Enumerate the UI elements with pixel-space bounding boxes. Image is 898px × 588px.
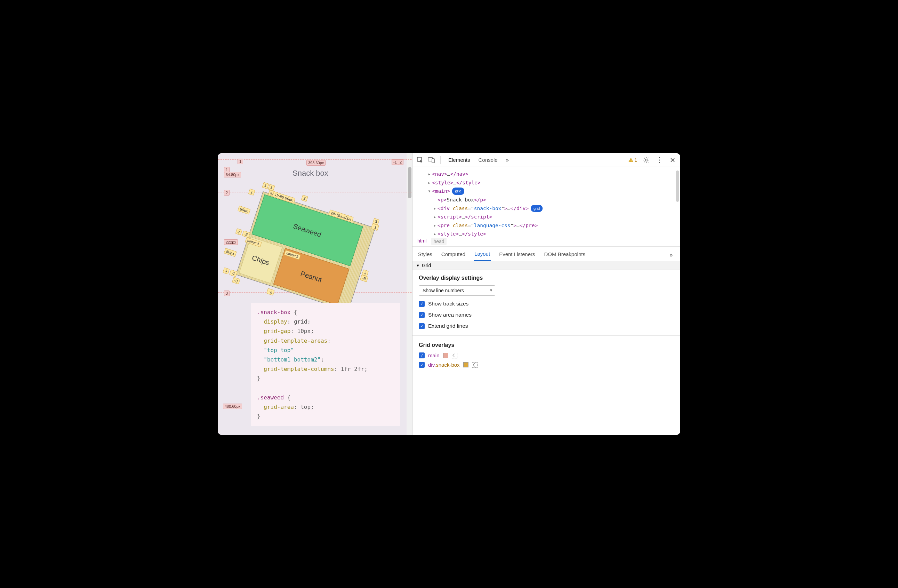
subtab-styles[interactable]: Styles: [417, 249, 433, 260]
line-numbers-select[interactable]: Show line numbers: [419, 285, 495, 296]
dom-tree[interactable]: ▸<nav>…</nav> ▸<style>…</style> ▾<main>g…: [412, 167, 680, 237]
subtab-layout[interactable]: Layout: [474, 249, 491, 261]
grid-line-number: 2: [235, 228, 242, 235]
devtools-pane: Elements Console » 1 ▸<n: [412, 153, 680, 435]
overlay-settings-heading: Overlay display settings: [419, 275, 674, 281]
grid-extension-line: [218, 159, 412, 160]
grid-section-header[interactable]: ▼ Grid: [412, 261, 680, 270]
checkbox-overlay-main[interactable]: ✓: [419, 352, 424, 359]
checkbox-area-names[interactable]: ✓: [419, 312, 424, 318]
grid-line-number: 2: [301, 195, 308, 202]
svg-rect-2: [432, 159, 434, 163]
kebab-menu-icon[interactable]: [655, 156, 664, 164]
grid-line-number: -1: [229, 269, 238, 277]
grid-badge[interactable]: grid: [531, 205, 543, 212]
checkbox-label: Show area names: [428, 312, 472, 318]
subtab-event-listeners[interactable]: Event Listeners: [498, 249, 536, 260]
inspect-icon[interactable]: [416, 156, 424, 164]
issues-badge[interactable]: 1: [629, 157, 637, 163]
layout-panel: Overlay display settings Show line numbe…: [412, 270, 680, 378]
tab-console[interactable]: Console: [476, 155, 500, 164]
grid-line-number: 2: [398, 159, 403, 165]
styles-subtabs: Styles Computed Layout Event Listeners D…: [412, 247, 680, 261]
chevron-down-icon: ▼: [416, 263, 420, 268]
grid-line-number: -3: [232, 277, 240, 284]
svg-point-6: [659, 157, 660, 158]
overlay-label-snack-box: div.snack-box: [428, 362, 460, 368]
svg-rect-4: [631, 161, 631, 161]
viewport-scrollbar[interactable]: [407, 153, 412, 435]
grid-line-number: 2: [224, 190, 229, 195]
breadcrumb: html head: [412, 237, 680, 247]
svg-point-8: [659, 162, 660, 163]
gear-icon[interactable]: [642, 156, 650, 164]
close-icon[interactable]: [669, 156, 677, 164]
grid-line-number: 1: [238, 159, 243, 164]
grid-overlays-heading: Grid overlays: [419, 342, 674, 348]
grid-size-label: 222px: [224, 239, 238, 245]
tabs-overflow-icon[interactable]: »: [503, 155, 512, 164]
css-code-snippet: .snack-box { display: grid; grid-gap: 10…: [251, 303, 400, 426]
page-viewport: 1 1 64.80px 393.60px -1 2 2 222px 3 480.…: [218, 153, 412, 435]
grid-size-label: 64.80px: [224, 172, 241, 177]
subtabs-overflow-icon[interactable]: »: [670, 252, 675, 258]
grid-line-number: 1: [268, 184, 275, 191]
breadcrumb-item[interactable]: head: [431, 238, 446, 245]
color-swatch[interactable]: [443, 353, 448, 358]
svg-point-7: [659, 159, 660, 160]
grid-line-number: -1: [392, 159, 398, 165]
checkbox-overlay-snack-box[interactable]: ✓: [419, 362, 424, 368]
overlay-label-main: main: [428, 352, 440, 359]
grid-line-number: 1: [248, 189, 255, 195]
svg-rect-3: [631, 159, 631, 161]
checkbox-label: Show track sizes: [428, 301, 469, 307]
scrollbar-thumb[interactable]: [408, 167, 411, 198]
reveal-icon[interactable]: [472, 362, 478, 368]
tab-elements[interactable]: Elements: [446, 155, 473, 164]
subtab-computed[interactable]: Computed: [441, 249, 466, 260]
color-swatch[interactable]: [463, 362, 469, 368]
grid-line-number: 3: [223, 267, 229, 274]
page-heading: Snack box: [292, 169, 328, 178]
devtools-toolbar: Elements Console » 1: [412, 153, 680, 167]
svg-point-5: [645, 159, 647, 161]
devtools-window: 1 1 64.80px 393.60px -1 2 2 222px 3 480.…: [218, 153, 680, 435]
checkbox-extend-lines[interactable]: ✓: [419, 323, 424, 329]
grid-line-number: -2: [266, 288, 275, 296]
grid-extension-line: [218, 192, 412, 192]
dom-scrollbar-thumb[interactable]: [676, 171, 679, 202]
breadcrumb-item[interactable]: html: [417, 238, 426, 245]
device-toggle-icon[interactable]: [427, 156, 435, 164]
grid-badge[interactable]: grid: [452, 188, 464, 195]
subtab-dom-breakpoints[interactable]: DOM Breakpoints: [544, 249, 586, 260]
checkbox-label: Extend grid lines: [428, 323, 468, 329]
grid-line-number: 3: [224, 291, 229, 296]
grid-size-label: 80px: [224, 248, 237, 257]
grid-size-label: 80px: [238, 206, 251, 215]
checkbox-track-sizes[interactable]: ✓: [419, 301, 424, 307]
grid-size-label: 393.60px: [306, 160, 326, 166]
reveal-icon[interactable]: [452, 353, 457, 359]
snack-box-grid: Seaweed Chips Peanut 1 1 top 1fr·96.66px…: [236, 191, 375, 311]
grid-size-label: 480.60px: [223, 403, 242, 409]
